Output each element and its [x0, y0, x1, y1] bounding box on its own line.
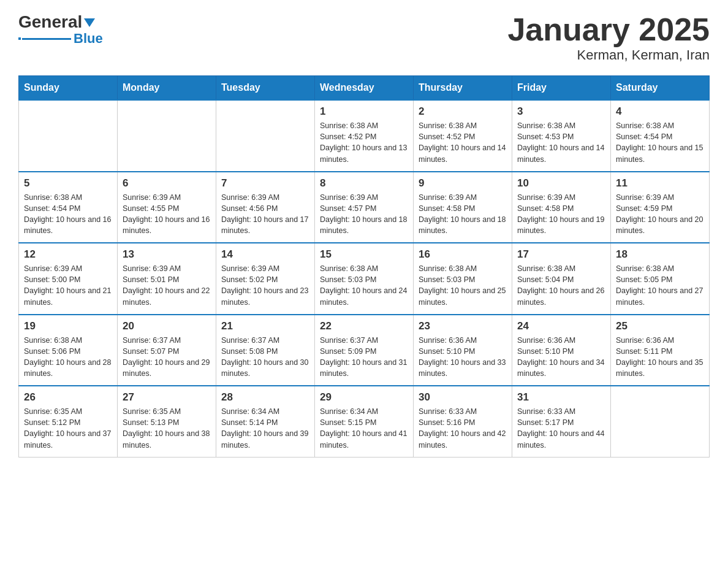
- calendar-week-4: 19Sunrise: 6:38 AMSunset: 5:06 PMDayligh…: [19, 315, 710, 386]
- day-info: Sunrise: 6:38 AMSunset: 5:05 PMDaylight:…: [616, 263, 704, 308]
- day-number: 22: [320, 320, 408, 332]
- calendar-cell: 13Sunrise: 6:39 AMSunset: 5:01 PMDayligh…: [118, 243, 216, 315]
- calendar-cell: 5Sunrise: 6:38 AMSunset: 4:54 PMDaylight…: [19, 172, 118, 243]
- calendar-cell: 30Sunrise: 6:33 AMSunset: 5:16 PMDayligh…: [414, 386, 512, 457]
- day-number: 18: [616, 248, 704, 261]
- day-info: Sunrise: 6:38 AMSunset: 5:03 PMDaylight:…: [419, 263, 507, 308]
- calendar-cell: 22Sunrise: 6:37 AMSunset: 5:09 PMDayligh…: [315, 315, 414, 386]
- day-number: 7: [221, 177, 309, 190]
- calendar-cell: 20Sunrise: 6:37 AMSunset: 5:07 PMDayligh…: [118, 315, 216, 386]
- calendar-week-5: 26Sunrise: 6:35 AMSunset: 5:12 PMDayligh…: [19, 386, 710, 457]
- day-info: Sunrise: 6:38 AMSunset: 4:54 PMDaylight:…: [24, 192, 112, 237]
- calendar-cell: 8Sunrise: 6:39 AMSunset: 4:57 PMDaylight…: [315, 172, 414, 243]
- day-header-tuesday: Tuesday: [216, 76, 315, 101]
- calendar-cell: 16Sunrise: 6:38 AMSunset: 5:03 PMDayligh…: [414, 243, 512, 315]
- day-info: Sunrise: 6:39 AMSunset: 5:02 PMDaylight:…: [221, 263, 309, 308]
- calendar-header-row: SundayMondayTuesdayWednesdayThursdayFrid…: [19, 76, 710, 101]
- calendar-cell: 10Sunrise: 6:39 AMSunset: 4:58 PMDayligh…: [512, 172, 611, 243]
- calendar-cell: 27Sunrise: 6:35 AMSunset: 5:13 PMDayligh…: [118, 386, 216, 457]
- day-info: Sunrise: 6:33 AMSunset: 5:16 PMDaylight:…: [419, 406, 507, 451]
- day-info: Sunrise: 6:39 AMSunset: 4:57 PMDaylight:…: [320, 192, 408, 237]
- calendar-cell: 7Sunrise: 6:39 AMSunset: 4:56 PMDaylight…: [216, 172, 315, 243]
- calendar-cell: [216, 100, 315, 172]
- calendar-cell: 24Sunrise: 6:36 AMSunset: 5:10 PMDayligh…: [512, 315, 611, 386]
- day-number: 31: [517, 391, 605, 404]
- day-info: Sunrise: 6:39 AMSunset: 4:58 PMDaylight:…: [419, 192, 507, 237]
- calendar-cell: 3Sunrise: 6:38 AMSunset: 4:53 PMDaylight…: [512, 100, 611, 172]
- day-header-thursday: Thursday: [414, 76, 512, 101]
- day-header-saturday: Saturday: [611, 76, 710, 101]
- day-number: 2: [419, 105, 507, 118]
- day-number: 12: [24, 248, 112, 261]
- day-number: 15: [320, 248, 408, 261]
- calendar-cell: 2Sunrise: 6:38 AMSunset: 4:52 PMDaylight…: [414, 100, 512, 172]
- day-number: 24: [517, 320, 605, 332]
- logo-general-text: General: [18, 12, 82, 32]
- day-info: Sunrise: 6:37 AMSunset: 5:08 PMDaylight:…: [221, 335, 309, 380]
- calendar-table: SundayMondayTuesdayWednesdayThursdayFrid…: [18, 75, 710, 458]
- day-header-monday: Monday: [118, 76, 216, 101]
- calendar-cell: 11Sunrise: 6:39 AMSunset: 4:59 PMDayligh…: [611, 172, 710, 243]
- title-block: January 2025 Kerman, Kerman, Iran: [507, 12, 710, 63]
- day-number: 21: [221, 320, 309, 332]
- day-number: 11: [616, 177, 704, 190]
- day-number: 17: [517, 248, 605, 261]
- day-info: Sunrise: 6:39 AMSunset: 5:01 PMDaylight:…: [123, 263, 211, 308]
- calendar-cell: 25Sunrise: 6:36 AMSunset: 5:11 PMDayligh…: [611, 315, 710, 386]
- day-info: Sunrise: 6:38 AMSunset: 5:03 PMDaylight:…: [320, 263, 408, 308]
- calendar-week-3: 12Sunrise: 6:39 AMSunset: 5:00 PMDayligh…: [19, 243, 710, 315]
- day-number: 14: [221, 248, 309, 261]
- calendar-cell: 29Sunrise: 6:34 AMSunset: 5:15 PMDayligh…: [315, 386, 414, 457]
- calendar-cell: 9Sunrise: 6:39 AMSunset: 4:58 PMDaylight…: [414, 172, 512, 243]
- day-number: 28: [221, 391, 309, 404]
- page: General Blue January 2025 Kerman, Kerman…: [0, 0, 728, 470]
- day-info: Sunrise: 6:34 AMSunset: 5:14 PMDaylight:…: [221, 406, 309, 451]
- calendar-cell: 23Sunrise: 6:36 AMSunset: 5:10 PMDayligh…: [414, 315, 512, 386]
- day-number: 23: [419, 320, 507, 332]
- day-info: Sunrise: 6:39 AMSunset: 4:59 PMDaylight:…: [616, 192, 704, 237]
- day-header-friday: Friday: [512, 76, 611, 101]
- calendar-cell: 1Sunrise: 6:38 AMSunset: 4:52 PMDaylight…: [315, 100, 414, 172]
- day-info: Sunrise: 6:38 AMSunset: 5:04 PMDaylight:…: [517, 263, 605, 308]
- day-number: 27: [123, 391, 211, 404]
- day-info: Sunrise: 6:38 AMSunset: 4:53 PMDaylight:…: [517, 120, 605, 165]
- day-info: Sunrise: 6:39 AMSunset: 4:56 PMDaylight:…: [221, 192, 309, 237]
- calendar-cell: [19, 100, 118, 172]
- calendar-cell: 15Sunrise: 6:38 AMSunset: 5:03 PMDayligh…: [315, 243, 414, 315]
- logo-blue-text: Blue: [74, 31, 103, 47]
- day-number: 29: [320, 391, 408, 404]
- calendar-cell: 12Sunrise: 6:39 AMSunset: 5:00 PMDayligh…: [19, 243, 118, 315]
- day-number: 3: [517, 105, 605, 118]
- day-info: Sunrise: 6:37 AMSunset: 5:09 PMDaylight:…: [320, 335, 408, 380]
- calendar-cell: 18Sunrise: 6:38 AMSunset: 5:05 PMDayligh…: [611, 243, 710, 315]
- day-info: Sunrise: 6:38 AMSunset: 4:52 PMDaylight:…: [419, 120, 507, 165]
- calendar-cell: 4Sunrise: 6:38 AMSunset: 4:54 PMDaylight…: [611, 100, 710, 172]
- day-info: Sunrise: 6:35 AMSunset: 5:12 PMDaylight:…: [24, 406, 112, 451]
- day-number: 5: [24, 177, 112, 190]
- logo-triangle-icon: [84, 18, 95, 27]
- day-number: 26: [24, 391, 112, 404]
- calendar-cell: 19Sunrise: 6:38 AMSunset: 5:06 PMDayligh…: [19, 315, 118, 386]
- day-info: Sunrise: 6:39 AMSunset: 4:55 PMDaylight:…: [123, 192, 211, 237]
- day-info: Sunrise: 6:36 AMSunset: 5:11 PMDaylight:…: [616, 335, 704, 380]
- day-info: Sunrise: 6:38 AMSunset: 4:54 PMDaylight:…: [616, 120, 704, 165]
- day-number: 8: [320, 177, 408, 190]
- day-number: 25: [616, 320, 704, 332]
- calendar-week-2: 5Sunrise: 6:38 AMSunset: 4:54 PMDaylight…: [19, 172, 710, 243]
- logo: General Blue: [18, 12, 103, 47]
- day-number: 4: [616, 105, 704, 118]
- day-info: Sunrise: 6:36 AMSunset: 5:10 PMDaylight:…: [517, 335, 605, 380]
- day-info: Sunrise: 6:33 AMSunset: 5:17 PMDaylight:…: [517, 406, 605, 451]
- calendar-cell: 31Sunrise: 6:33 AMSunset: 5:17 PMDayligh…: [512, 386, 611, 457]
- calendar-subtitle: Kerman, Kerman, Iran: [507, 47, 710, 63]
- calendar-cell: 6Sunrise: 6:39 AMSunset: 4:55 PMDaylight…: [118, 172, 216, 243]
- day-info: Sunrise: 6:39 AMSunset: 4:58 PMDaylight:…: [517, 192, 605, 237]
- day-info: Sunrise: 6:34 AMSunset: 5:15 PMDaylight:…: [320, 406, 408, 451]
- day-header-wednesday: Wednesday: [315, 76, 414, 101]
- calendar-cell: [611, 386, 710, 457]
- day-number: 6: [123, 177, 211, 190]
- calendar-cell: 26Sunrise: 6:35 AMSunset: 5:12 PMDayligh…: [19, 386, 118, 457]
- day-info: Sunrise: 6:37 AMSunset: 5:07 PMDaylight:…: [123, 335, 211, 380]
- day-number: 30: [419, 391, 507, 404]
- calendar-cell: 28Sunrise: 6:34 AMSunset: 5:14 PMDayligh…: [216, 386, 315, 457]
